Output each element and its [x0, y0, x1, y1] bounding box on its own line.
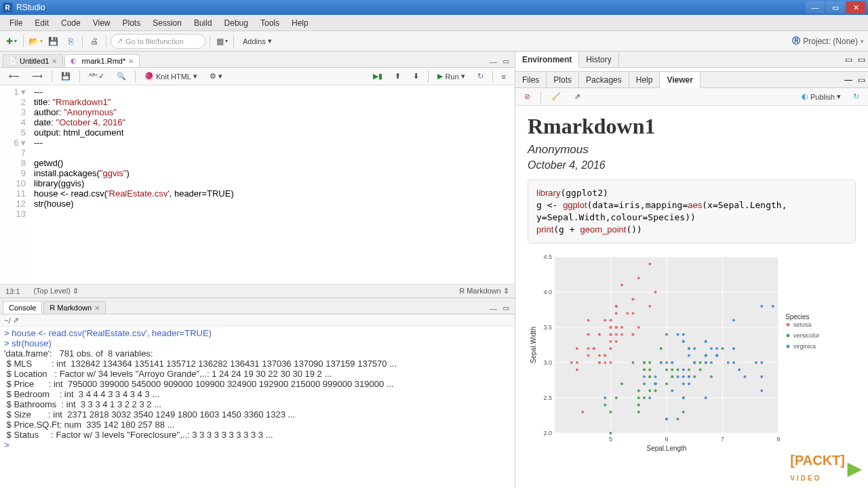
- svg-point-118: [677, 368, 679, 371]
- popout-icon[interactable]: ⇗: [13, 316, 19, 325]
- svg-point-80: [620, 382, 623, 385]
- svg-point-75: [693, 375, 696, 378]
- svg-point-165: [705, 340, 707, 343]
- tab-rmarkdown[interactable]: R Markdown✕: [43, 301, 106, 314]
- svg-point-127: [604, 396, 606, 399]
- svg-point-178: [787, 345, 790, 348]
- source-editor[interactable]: 1 ▾23456 ▾78910111213 ---title: "Rmarkdo…: [0, 85, 515, 284]
- svg-point-129: [705, 396, 707, 399]
- menu-file[interactable]: File: [4, 16, 28, 30]
- minimize-pane-icon[interactable]: —: [487, 303, 500, 314]
- scope-label[interactable]: (Top Level) ⇕: [33, 287, 78, 296]
- forward-button[interactable]: ⟶: [27, 70, 47, 83]
- rerun-button[interactable]: ↻: [473, 70, 488, 83]
- maximize-pane-icon[interactable]: ▭: [500, 56, 512, 67]
- svg-text:setosa: setosa: [793, 321, 812, 328]
- menu-debug[interactable]: Debug: [219, 16, 254, 30]
- menu-edit[interactable]: Edit: [29, 16, 54, 30]
- save-source-button[interactable]: 💾: [56, 70, 75, 83]
- open-file-button[interactable]: 📂: [28, 34, 43, 49]
- minimize-pane-icon[interactable]: —: [842, 73, 855, 87]
- svg-point-159: [665, 361, 668, 364]
- svg-point-133: [710, 361, 713, 364]
- find-button[interactable]: 🔍: [112, 70, 131, 83]
- tab-files[interactable]: Files: [515, 73, 547, 87]
- knit-button[interactable]: 🧶Knit HTML ▾: [140, 70, 202, 83]
- menu-tools[interactable]: Tools: [255, 16, 285, 30]
- remove-viewer-button[interactable]: ⊘: [519, 90, 535, 104]
- svg-point-49: [620, 333, 623, 336]
- print-button[interactable]: 🖨: [87, 34, 102, 49]
- source-statusbar: 13:1 (Top Level) ⇕ R Markdown ⇕: [0, 284, 515, 298]
- svg-point-155: [671, 390, 673, 392]
- svg-point-94: [671, 375, 673, 378]
- tab-packages[interactable]: Packages: [579, 73, 629, 87]
- menu-plots[interactable]: Plots: [117, 16, 146, 30]
- tab-history[interactable]: History: [579, 52, 618, 67]
- close-icon[interactable]: ✕: [52, 58, 57, 65]
- svg-point-140: [665, 418, 668, 420]
- menu-code[interactable]: Code: [56, 16, 86, 30]
- popout-viewer-button[interactable]: ⇗: [570, 90, 585, 104]
- tab-environment[interactable]: Environment: [515, 52, 579, 68]
- spellcheck-button[interactable]: ᴬᴮᶜ✓: [84, 70, 109, 83]
- svg-point-84: [671, 368, 673, 371]
- tab-help[interactable]: Help: [629, 73, 660, 87]
- save-button[interactable]: 💾: [45, 34, 60, 49]
- maximize-pane-icon[interactable]: ▭: [855, 52, 868, 67]
- svg-point-27: [587, 333, 590, 336]
- up-button[interactable]: ⬆: [390, 70, 406, 83]
- svg-point-46: [610, 361, 612, 364]
- addins-button[interactable]: Addins ▾: [238, 35, 277, 48]
- close-icon[interactable]: ✕: [128, 58, 134, 65]
- down-button[interactable]: ⬇: [408, 70, 424, 83]
- maximize-button[interactable]: ▭: [826, 1, 845, 14]
- chunk-nav-button[interactable]: ▶▮: [368, 70, 387, 83]
- menu-help[interactable]: Help: [286, 16, 314, 30]
- maximize-pane-icon[interactable]: ▭: [855, 73, 868, 87]
- svg-point-47: [610, 333, 612, 336]
- tab-viewer[interactable]: Viewer: [660, 73, 700, 88]
- svg-point-174: [787, 323, 790, 327]
- svg-point-146: [732, 347, 735, 350]
- back-button[interactable]: ⟵: [4, 70, 24, 83]
- minimize-button[interactable]: —: [806, 1, 825, 14]
- console-output[interactable]: > house <- read.csv('RealEstate.csv', he…: [0, 327, 515, 488]
- svg-point-79: [699, 368, 702, 371]
- doc-date: October 4, 2016: [528, 159, 856, 171]
- close-icon[interactable]: ✕: [94, 304, 100, 312]
- svg-point-78: [604, 403, 606, 406]
- tab-untitled[interactable]: 📄Untitled1✕: [3, 54, 63, 67]
- svg-point-57: [637, 326, 640, 329]
- svg-point-89: [677, 418, 679, 420]
- refresh-viewer-button[interactable]: ↻: [848, 90, 864, 104]
- close-button[interactable]: ✕: [846, 1, 865, 14]
- viewer-toolbar: ⊘ 🧹 ⇗ ◐Publish ▾ ↻: [515, 88, 868, 106]
- lang-label[interactable]: R Markdown ⇕: [459, 287, 509, 296]
- new-file-button[interactable]: ✚: [4, 34, 19, 49]
- minimize-pane-icon[interactable]: —: [487, 56, 500, 67]
- minimize-pane-icon[interactable]: ▭: [842, 52, 855, 67]
- grid-button[interactable]: ▦: [214, 34, 229, 49]
- svg-point-126: [755, 361, 757, 364]
- goto-file-input[interactable]: ↗Go to file/function: [111, 34, 205, 49]
- run-button[interactable]: ▶Run ▾: [433, 70, 469, 83]
- window-titlebar: R RStudio — ▭ ✕: [0, 0, 868, 15]
- menu-view[interactable]: View: [87, 16, 116, 30]
- gear-button[interactable]: ⚙ ▾: [205, 70, 227, 83]
- svg-text:8: 8: [776, 436, 780, 443]
- clear-viewer-button[interactable]: 🧹: [547, 90, 566, 104]
- tab-plots[interactable]: Plots: [547, 73, 579, 87]
- menu-build[interactable]: Build: [189, 16, 218, 30]
- save-all-button[interactable]: ⎘: [63, 34, 78, 49]
- project-label[interactable]: Project: (None): [803, 37, 858, 46]
- maximize-pane-icon[interactable]: ▭: [500, 302, 512, 314]
- svg-point-52: [632, 333, 635, 336]
- svg-point-147: [677, 375, 679, 378]
- outline-button[interactable]: ≡: [497, 70, 511, 83]
- tab-console[interactable]: Console: [3, 301, 42, 314]
- tab-rmark1[interactable]: ◐rmark1.Rmd*✕: [64, 54, 140, 67]
- publish-button[interactable]: ◐Publish ▾: [797, 90, 846, 104]
- menu-session[interactable]: Session: [147, 16, 187, 30]
- svg-text:Species: Species: [785, 313, 810, 321]
